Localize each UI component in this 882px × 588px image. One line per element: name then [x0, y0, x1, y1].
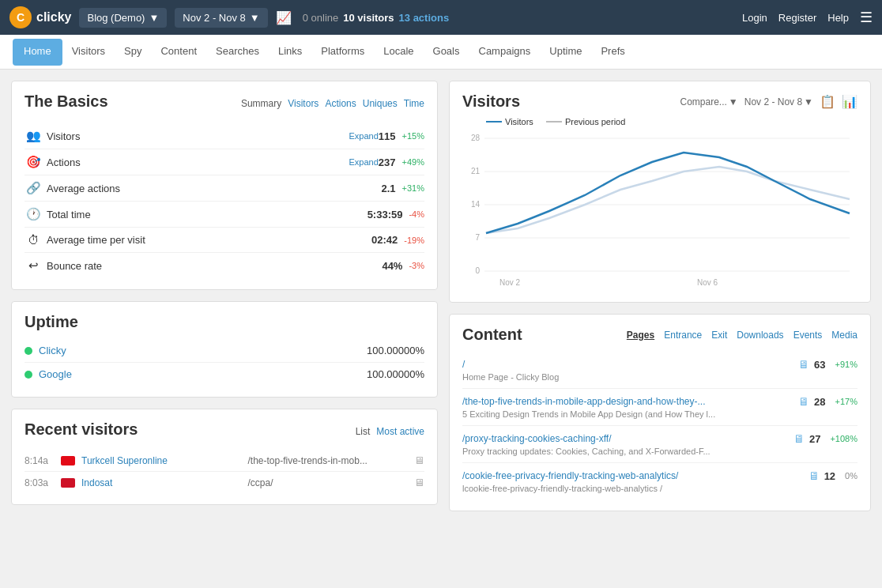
summary-uniques-link[interactable]: Uniques: [363, 98, 398, 109]
chart-title: Visitors: [462, 92, 520, 111]
nav-searches[interactable]: Searches: [206, 36, 269, 69]
svg-text:28: 28: [471, 134, 481, 142]
content-row-1-main: / 🖥 63 +91%: [462, 358, 858, 371]
content-link-2[interactable]: /the-top-five-trends-in-mobile-app-desig…: [462, 396, 793, 407]
nav-goals[interactable]: Goals: [424, 36, 469, 69]
content-row-1: / 🖥 63 +91% Home Page - Clicky Blog: [462, 352, 858, 389]
chart-container: 28 21 14 7 0: [462, 133, 858, 291]
avg-actions-icon: 🔗: [24, 181, 42, 195]
content-link-4[interactable]: /cookie-free-privacy-friendly-tracking-w…: [462, 470, 804, 481]
uptime-card: Uptime Clicky 100.00000% Google 100.0000…: [11, 301, 438, 398]
nav-platforms[interactable]: Platforms: [311, 36, 374, 69]
recent-visitors-card: Recent visitors List Most active 8:14a T…: [11, 409, 438, 505]
content-desc-2: 5 Exciting Design Trends in Mobile App D…: [462, 409, 858, 419]
tab-media[interactable]: Media: [831, 330, 858, 341]
download-chart-icon[interactable]: 📋: [820, 94, 835, 109]
actions-icon: 🎯: [24, 155, 42, 169]
nav-content[interactable]: Content: [151, 36, 206, 69]
logo-text: clicky: [36, 10, 71, 24]
nav-locale[interactable]: Locale: [374, 36, 423, 69]
blog-selector[interactable]: Blog (Demo) ▼: [79, 8, 167, 28]
total-time-label: Total time: [47, 209, 368, 220]
bar-chart-icon[interactable]: 📊: [842, 94, 858, 109]
basics-header: The Basics Summary Visitors Actions Uniq…: [24, 92, 424, 114]
date-range-selector[interactable]: Nov 2 - Nov 8 ▼: [175, 8, 267, 28]
content-link-1[interactable]: /: [462, 359, 793, 370]
summary-actions-link[interactable]: Actions: [325, 98, 356, 109]
content-card: Content Pages Entrance Exit Downloads Ev…: [449, 314, 871, 511]
basics-card: The Basics Summary Visitors Actions Uniq…: [11, 81, 438, 290]
nav-uptime[interactable]: Uptime: [540, 36, 591, 69]
content-row-4: /cookie-free-privacy-friendly-tracking-w…: [462, 463, 858, 499]
content-row-4-main: /cookie-free-privacy-friendly-tracking-w…: [462, 469, 858, 482]
google-uptime-value: 100.00000%: [367, 368, 424, 380]
nav-spy[interactable]: Spy: [115, 36, 151, 69]
basics-row-actions: 🎯 Actions Expand 237 +49%: [24, 149, 424, 175]
bounce-change: -3%: [409, 261, 424, 270]
content-header: Content Pages Entrance Exit Downloads Ev…: [462, 326, 858, 344]
visitors-stat: 10 visitors: [343, 12, 394, 24]
nav-campaigns[interactable]: Campaigns: [469, 36, 541, 69]
rv-action-icon-1[interactable]: 🖥: [414, 454, 424, 466]
nav-prefs[interactable]: Prefs: [591, 36, 634, 69]
total-time-value: 5:33:59: [368, 209, 403, 220]
basics-row-bounce: ↩ Bounce rate 44% -3%: [24, 253, 424, 278]
rv-row-2: 8:03a Indosat /ccpa/ 🖥: [24, 472, 424, 493]
content-icon-2[interactable]: 🖥: [798, 395, 809, 408]
chart-date-range[interactable]: Nov 2 - Nov 8 ▼: [744, 96, 813, 107]
svg-text:0: 0: [475, 266, 480, 275]
content-desc-1: Home Page - Clicky Blog: [462, 372, 858, 382]
compare-btn[interactable]: Compare... ▼: [680, 96, 738, 107]
content-row-2-main: /the-top-five-trends-in-mobile-app-desig…: [462, 395, 858, 408]
tab-downloads[interactable]: Downloads: [737, 330, 783, 341]
actions-expand[interactable]: Expand: [349, 157, 379, 167]
tab-entrance[interactable]: Entrance: [664, 330, 702, 341]
tab-pages[interactable]: Pages: [627, 330, 654, 341]
content-row-2: /the-top-five-trends-in-mobile-app-desig…: [462, 389, 858, 426]
svg-text:7: 7: [475, 233, 480, 242]
legend-line-gray: [546, 121, 562, 122]
content-icon-3[interactable]: 🖥: [793, 432, 805, 445]
subnav: Home Visitors Spy Content Searches Links…: [0, 35, 882, 70]
summary-time-link[interactable]: Time: [404, 98, 424, 109]
recent-visitors-title: Recent visitors: [24, 420, 138, 439]
content-change-4: 0%: [845, 471, 858, 481]
legend-visitors: Visitors: [486, 117, 533, 126]
content-icon-1[interactable]: 🖥: [798, 358, 809, 371]
nav-links[interactable]: Links: [269, 36, 311, 69]
tab-exit[interactable]: Exit: [711, 330, 727, 341]
right-column: Visitors Compare... ▼ Nov 2 - Nov 8 ▼ 📋 …: [449, 81, 871, 511]
nav-visitors[interactable]: Visitors: [62, 36, 115, 69]
tab-events[interactable]: Events: [793, 330, 823, 341]
rv-isp-1[interactable]: Turkcell Superonline: [81, 455, 242, 466]
content-icon-4[interactable]: 🖥: [808, 469, 820, 482]
rv-row-1: 8:14a Turkcell Superonline /the-top-five…: [24, 450, 424, 472]
content-title: Content: [462, 326, 522, 344]
rv-action-icon-2[interactable]: 🖥: [414, 477, 424, 488]
summary-visitors-link[interactable]: Visitors: [288, 98, 318, 109]
visitors-icon: 👥: [24, 129, 42, 143]
content-count-3: 27: [809, 433, 820, 445]
google-uptime-name[interactable]: Google: [39, 368, 367, 380]
logo: C clicky: [9, 6, 71, 28]
previous-period-line: [486, 167, 850, 233]
rv-most-active-link[interactable]: Most active: [376, 426, 424, 437]
content-desc-3: Proxy tracking updates: Cookies, Caching…: [462, 447, 858, 456]
svg-text:21: 21: [471, 167, 481, 175]
help-link[interactable]: Help: [827, 12, 849, 24]
total-time-change: -4%: [409, 209, 424, 219]
content-row-3: /proxy-tracking-cookies-caching-xff/ 🖥 2…: [462, 426, 858, 463]
rv-page-1: /the-top-five-trends-in-mob...: [248, 455, 409, 466]
chart-icon[interactable]: 📈: [276, 10, 292, 25]
visitors-expand[interactable]: Expand: [349, 131, 379, 141]
nav-home[interactable]: Home: [13, 39, 62, 66]
hamburger-icon[interactable]: ☰: [860, 9, 873, 26]
avg-actions-label: Average actions: [47, 183, 381, 194]
rv-isp-2[interactable]: Indosat: [81, 477, 242, 488]
uptime-title: Uptime: [24, 313, 424, 331]
svg-text:Nov 2: Nov 2: [499, 278, 521, 287]
content-link-3[interactable]: /proxy-tracking-cookies-caching-xff/: [462, 433, 789, 444]
clicky-uptime-name[interactable]: Clicky: [39, 345, 367, 356]
register-link[interactable]: Register: [778, 12, 816, 24]
login-link[interactable]: Login: [742, 12, 767, 24]
